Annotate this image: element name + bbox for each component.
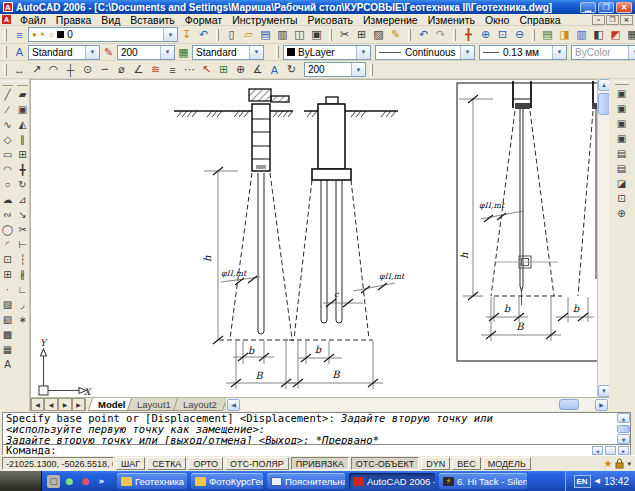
arc-icon[interactable]: ◠ (0, 162, 15, 177)
toolbar-grip[interactable] (17, 81, 28, 86)
mini-thumb[interactable] (605, 446, 616, 455)
multiline-text-icon[interactable]: A (0, 357, 15, 372)
zoom-window-icon[interactable]: ⊡ (494, 27, 511, 42)
redo-icon[interactable]: ↷ (432, 27, 449, 42)
region-icon[interactable]: ▩ (0, 327, 15, 342)
ortho-button[interactable]: ОРТО (188, 457, 223, 470)
center-mark-icon[interactable]: ⊕ (232, 62, 249, 77)
prev-tab-arrow[interactable]: ◀ (44, 398, 58, 411)
erase-icon[interactable]: ▰ (15, 87, 30, 102)
toolbar-grip[interactable] (408, 29, 411, 41)
publish-icon[interactable]: ▣ (308, 27, 325, 42)
hatch-icon[interactable]: ▨ (0, 297, 15, 312)
start-button[interactable] (0, 471, 42, 491)
scroll-right-arrow[interactable]: ▶ (595, 399, 608, 411)
task-geotehnika-folder[interactable]: Геотехника II (117, 473, 187, 489)
make-object-layer-current-icon[interactable]: ↧ (178, 27, 195, 42)
copy-clip-icon[interactable]: ⊞ (353, 27, 370, 42)
text-style-combo[interactable]: Standard ▼ (28, 45, 100, 60)
menu-insert[interactable]: Вставить (125, 14, 180, 26)
menu-tools[interactable]: Инструменты (227, 14, 302, 26)
doc-close-button[interactable]: × (620, 15, 633, 25)
mirror-icon[interactable]: ◭ (15, 117, 30, 132)
vertical-scrollbar[interactable]: ▲ ▼ (597, 79, 609, 397)
dim-style-icon[interactable]: ✎ (100, 45, 117, 60)
dim-style-combo-arrow[interactable]: ▼ (160, 46, 174, 59)
markup-set-manager-icon[interactable]: ◩ (607, 27, 624, 42)
task-word-document[interactable]: Пояснительная зап... (267, 473, 345, 489)
quickcalc-icon[interactable]: ▦ (624, 27, 635, 42)
task-winamp[interactable]: ⚡6. Hi Tack - Silence (... (439, 473, 527, 489)
rotate-icon[interactable]: ↻ (15, 177, 30, 192)
line-icon[interactable]: ╱ (0, 87, 15, 102)
dim-angular-icon[interactable]: ∠ (130, 62, 147, 77)
right-panel-icon[interactable]: ▣ (614, 131, 629, 146)
polyline-icon[interactable]: ∿ (0, 117, 15, 132)
table-style-combo-arrow[interactable]: ▼ (249, 46, 263, 59)
offset-icon[interactable]: ∥ (15, 132, 30, 147)
cut-icon[interactable]: ✂ (336, 27, 353, 42)
lineweight-combo[interactable]: 0.13 мм ▼ (479, 45, 567, 60)
toolbar-grip[interactable] (532, 29, 535, 41)
color-combo[interactable]: ByLayer ▼ (283, 45, 371, 60)
clock[interactable]: 13:42 (604, 476, 629, 487)
model-button[interactable]: МОДЕЛЬ (483, 457, 531, 470)
model-space-canvas[interactable]: h φII,mt b B c φII,mt b B h φII,mt b B b… (30, 79, 597, 397)
table-style-icon[interactable]: ▦ (175, 45, 192, 60)
quicklaunch-overflow-chevron[interactable]: » (95, 475, 108, 488)
close-button[interactable]: × (616, 2, 632, 13)
move-icon[interactable]: ╋ (15, 162, 30, 177)
opera-icon[interactable]: ● (79, 475, 92, 488)
right-panel-icon[interactable]: ⊡ (614, 191, 629, 206)
dim-ordinate-icon[interactable]: ┼ (62, 62, 79, 77)
object-tracking-button[interactable]: ОТС-ОБЪЕКТ (351, 457, 419, 470)
right-panel-icon[interactable]: ⊕ (614, 206, 629, 221)
right-panel-icon[interactable]: ▣ (614, 116, 629, 131)
show-desktop-icon[interactable]: ▢ (47, 475, 60, 488)
revision-cloud-icon[interactable]: ☁ (0, 192, 15, 207)
horizontal-scrollbar[interactable]: ◀ ▶ (225, 398, 609, 411)
menu-modify[interactable]: Изменить (423, 14, 480, 26)
plot-preview-icon[interactable]: ◫ (291, 27, 308, 42)
messenger-icon[interactable]: ● (63, 475, 76, 488)
new-file-icon[interactable]: ▯ (223, 27, 240, 42)
doc-minimize-button[interactable]: – (592, 15, 605, 25)
last-tab-arrow[interactable]: ▶ (72, 398, 86, 411)
dyn-button[interactable]: DYN (421, 457, 450, 470)
tool-palettes-icon[interactable]: ▥ (573, 27, 590, 42)
zoom-realtime-icon[interactable]: ⊕ (477, 27, 494, 42)
dim-style-combo-2[interactable]: 200 ▼ (304, 62, 366, 77)
color-combo-arrow[interactable]: ▼ (356, 46, 370, 59)
layer-previous-icon[interactable]: ↶ (195, 27, 212, 42)
dim-edit-icon[interactable]: ∡ (249, 62, 266, 77)
right-panel-icon[interactable]: ▣ (614, 86, 629, 101)
gradient-icon[interactable]: ▧ (0, 312, 15, 327)
array-icon[interactable]: ⊞ (15, 147, 30, 162)
copy-icon[interactable]: ▣ (15, 102, 30, 117)
toolbar-lock-icon[interactable] (615, 458, 624, 469)
dim-aligned-icon[interactable]: ↗ (28, 62, 45, 77)
linetype-combo-arrow[interactable]: ▼ (460, 46, 474, 59)
rectangle-icon[interactable]: ▭ (0, 147, 15, 162)
toolbar-grip[interactable] (615, 81, 629, 85)
toolbar-grip[interactable] (4, 29, 7, 41)
layer-combo-arrow[interactable]: ▼ (163, 28, 177, 41)
dim-linear-icon[interactable]: ↔ (11, 62, 28, 77)
horizontal-scroll-thumb[interactable] (559, 399, 579, 410)
stretch-icon[interactable]: ↘ (15, 207, 30, 222)
toolbar-grip[interactable] (216, 29, 219, 41)
command-history[interactable]: Specify base point or [Displacement] <Di… (2, 412, 631, 445)
pan-icon[interactable]: ╋ (460, 27, 477, 42)
command-scrollbar[interactable]: ▲ ▼ (617, 413, 630, 444)
menu-view[interactable]: Вид (96, 14, 125, 26)
tray-collapse-arrow[interactable]: ◀ (595, 477, 600, 485)
toolbar-grip[interactable] (329, 29, 332, 41)
point-icon[interactable]: · (0, 282, 15, 297)
menu-dimension[interactable]: Измерение (358, 14, 423, 26)
plot-icon[interactable]: ▥ (274, 27, 291, 42)
minimize-button[interactable]: ▁ (580, 2, 596, 13)
scroll-left-arrow[interactable]: ◀ (227, 399, 240, 411)
next-tab-arrow[interactable]: ▶ (58, 398, 72, 411)
break-icon[interactable]: ∦ (15, 267, 30, 282)
construction-line-icon[interactable]: ∕ (0, 102, 15, 117)
